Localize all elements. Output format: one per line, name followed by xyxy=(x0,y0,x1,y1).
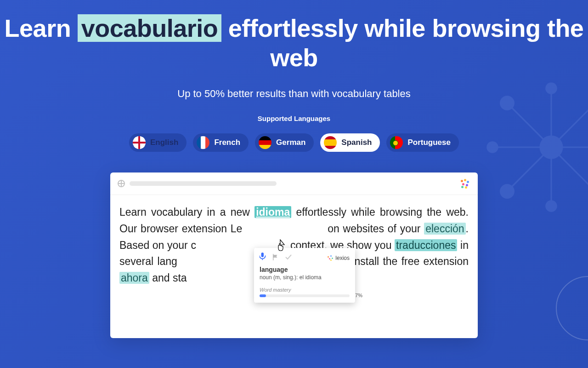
word-tooltip: lexios language noun (m, sing.): el idio… xyxy=(254,248,355,303)
tooltip-definition: noun (m, sing.): el idioma xyxy=(260,274,350,281)
globe-icon xyxy=(118,180,125,187)
language-pill-portuguese[interactable]: Portuguese xyxy=(386,133,459,152)
language-label: English xyxy=(150,138,178,147)
extension-icon[interactable] xyxy=(459,178,470,189)
language-label: Spanish xyxy=(341,138,372,147)
audio-icon[interactable] xyxy=(260,253,266,263)
highlighted-word[interactable]: idioma xyxy=(254,206,291,218)
svg-line-3 xyxy=(551,147,588,191)
browser-address-bar xyxy=(110,172,478,195)
highlighted-word[interactable]: elección xyxy=(424,223,465,235)
svg-line-2 xyxy=(507,147,551,191)
language-label: French xyxy=(214,138,240,147)
tooltip-header: lexios xyxy=(260,253,350,263)
page-subhead: Up to 50% better results than with vocab… xyxy=(0,88,588,100)
demo-text-part: Learn vocabulary in a new xyxy=(119,206,254,218)
mastery-bar: 7% xyxy=(260,294,350,297)
brand-icon xyxy=(327,255,334,261)
brand-label: lexios xyxy=(335,255,350,261)
language-pill-french[interactable]: French xyxy=(193,133,249,152)
highlighted-word[interactable]: traducciones xyxy=(395,239,457,251)
supported-languages-label: Supported Languages xyxy=(0,115,588,122)
headline-post: effortlessly while browsing the web xyxy=(221,14,583,71)
pt-flag-icon xyxy=(390,136,403,149)
language-pill-english[interactable]: English xyxy=(129,133,187,152)
headline-pre: Learn xyxy=(5,14,78,42)
uk-flag-icon xyxy=(133,136,146,149)
language-pill-spanish[interactable]: Spanish xyxy=(320,133,380,152)
de-flag-icon xyxy=(259,136,271,149)
svg-point-11 xyxy=(500,184,514,199)
highlighted-word[interactable]: ahora xyxy=(119,272,149,284)
headline-highlight: vocabulario xyxy=(78,14,222,42)
fr-flag-icon xyxy=(197,136,209,149)
mastery-fill xyxy=(260,294,266,297)
mastery-percent: 7% xyxy=(355,293,362,298)
check-icon[interactable] xyxy=(285,254,292,262)
page-headline: Learn vocabulario effortlessly while bro… xyxy=(0,0,588,72)
flag-icon[interactable] xyxy=(272,254,279,262)
url-placeholder xyxy=(130,181,277,186)
tooltip-brand: lexios xyxy=(327,255,350,261)
es-flag-icon xyxy=(324,136,337,149)
demo-text-part: on websites of your xyxy=(242,223,424,235)
language-label: German xyxy=(276,138,305,147)
language-selector: EnglishFrenchGermanSpanishPortuguese xyxy=(0,133,588,152)
language-label: Portuguese xyxy=(407,138,451,147)
mastery-label: Word mastery xyxy=(260,287,350,293)
svg-point-16 xyxy=(545,200,557,212)
tooltip-word: language xyxy=(260,266,350,273)
bubble-decoration xyxy=(556,276,588,340)
demo-text-part: and sta xyxy=(149,272,187,284)
language-pill-german[interactable]: German xyxy=(255,133,314,152)
